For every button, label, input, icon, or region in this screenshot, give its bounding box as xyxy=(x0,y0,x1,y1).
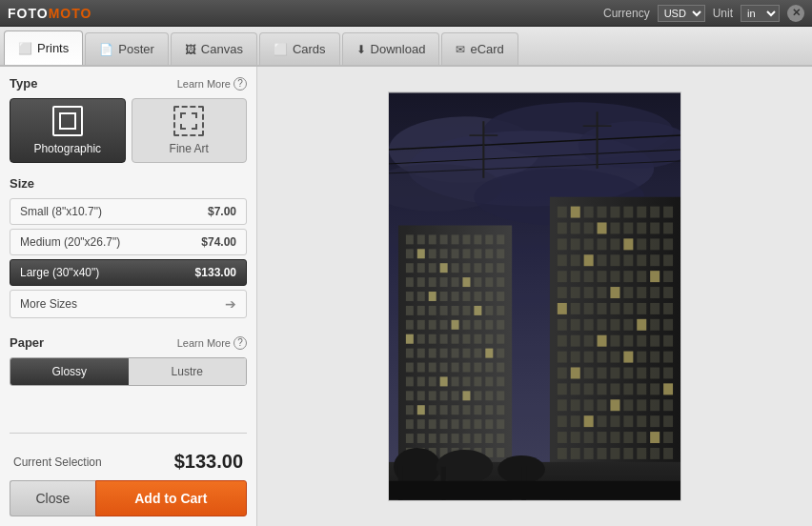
download-tab-icon: ⬇ xyxy=(356,43,366,56)
fineart-label: Fine Art xyxy=(170,142,209,155)
panel-bottom: Current Selection $133.00 Close Add to C… xyxy=(10,433,247,516)
more-sizes-label: More Sizes xyxy=(20,297,77,311)
size-medium-label: Medium (20"x26.7") xyxy=(20,235,120,249)
prints-tab-icon: ⬜ xyxy=(18,42,32,55)
tab-cards[interactable]: ⬜ Cards xyxy=(259,32,340,65)
poster-tab-label: Poster xyxy=(118,42,154,56)
close-icon[interactable]: ✕ xyxy=(787,5,804,22)
cards-tab-icon: ⬜ xyxy=(274,43,288,56)
type-photographic-btn[interactable]: Photographic xyxy=(10,98,126,163)
size-medium-price: $74.00 xyxy=(201,235,236,249)
logo-moto: MOTO xyxy=(49,6,92,21)
tab-ecard[interactable]: ✉ eCard xyxy=(441,32,518,65)
poster-tab-icon: 📄 xyxy=(99,43,113,56)
arrow-right-icon: ➔ xyxy=(225,296,236,312)
canvas-tab-icon: 🖼 xyxy=(185,43,196,56)
tab-bar: ⬜ Prints 📄 Poster 🖼 Canvas ⬜ Cards ⬇ Dow… xyxy=(0,27,812,67)
size-list: Small (8"x10.7") $7.00 Medium (20"x26.7"… xyxy=(10,198,247,318)
type-selector: Photographic Fine Art xyxy=(10,98,247,163)
paper-learn-more[interactable]: Learn More ? xyxy=(177,336,247,350)
size-large[interactable]: Large (30"x40") $133.00 xyxy=(10,259,247,286)
ecard-tab-label: eCard xyxy=(470,42,503,56)
photographic-icon xyxy=(52,106,83,136)
close-panel-button[interactable]: Close xyxy=(10,480,95,516)
left-panel: Type Learn More ? Photographic Fine Art xyxy=(0,67,257,526)
paper-help-icon: ? xyxy=(233,336,247,350)
size-medium[interactable]: Medium (20"x26.7") $74.00 xyxy=(10,229,247,255)
fineart-icon-inner xyxy=(180,112,197,130)
paper-section: Paper Learn More ? Glossy Lustre xyxy=(10,335,247,386)
add-to-cart-button[interactable]: Add to Cart xyxy=(95,480,247,516)
type-section-header: Type Learn More ? xyxy=(10,76,247,91)
currency-label: Currency xyxy=(603,7,650,20)
title-bar-right: Currency USD Unit in cm ✕ xyxy=(603,5,804,22)
city-photo-svg xyxy=(389,92,680,500)
download-tab-label: Download xyxy=(371,42,426,56)
paper-label: Paper xyxy=(10,335,44,350)
paper-toggle: Glossy Lustre xyxy=(10,357,247,386)
ecard-tab-icon: ✉ xyxy=(456,43,465,56)
paper-glossy-btn[interactable]: Glossy xyxy=(10,358,129,385)
fineart-icon xyxy=(173,106,204,136)
size-label: Size xyxy=(10,176,34,191)
cards-tab-label: Cards xyxy=(293,42,326,56)
photographic-label: Photographic xyxy=(33,142,101,155)
photo-preview xyxy=(388,91,681,501)
size-small-label: Small (8"x10.7") xyxy=(20,205,102,218)
panel-buttons: Close Add to Cart xyxy=(10,480,247,516)
main-content: Type Learn More ? Photographic Fine Art xyxy=(0,67,812,526)
paper-section-header: Paper Learn More ? xyxy=(10,335,247,350)
size-large-label: Large (30"x40") xyxy=(20,266,99,279)
size-small-price: $7.00 xyxy=(208,205,236,218)
title-bar: FOTOMOTO Currency USD Unit in cm ✕ xyxy=(0,0,812,27)
unit-label: Unit xyxy=(713,7,733,20)
type-label: Type xyxy=(10,76,37,91)
unit-select[interactable]: in cm xyxy=(741,5,780,22)
paper-lustre-btn[interactable]: Lustre xyxy=(129,358,247,385)
current-selection-price: $133.00 xyxy=(174,451,243,473)
tab-prints[interactable]: ⬜ Prints xyxy=(4,30,83,65)
current-selection-label: Current Selection xyxy=(13,455,102,469)
canvas-tab-label: Canvas xyxy=(201,42,243,56)
logo: FOTOMOTO xyxy=(8,6,91,21)
size-small[interactable]: Small (8"x10.7") $7.00 xyxy=(10,198,247,225)
size-large-price: $133.00 xyxy=(195,266,236,279)
current-selection: Current Selection $133.00 xyxy=(10,443,247,480)
type-help-icon: ? xyxy=(233,77,247,91)
logo-foto: FOTO xyxy=(8,6,49,21)
size-section-header: Size xyxy=(10,176,247,191)
right-panel xyxy=(257,67,812,526)
photographic-icon-inner xyxy=(59,112,76,130)
type-fineart-btn[interactable]: Fine Art xyxy=(132,98,248,163)
tab-canvas[interactable]: 🖼 Canvas xyxy=(171,32,257,65)
tab-poster[interactable]: 📄 Poster xyxy=(85,32,169,65)
type-learn-more[interactable]: Learn More ? xyxy=(177,77,247,91)
svg-rect-356 xyxy=(389,92,680,499)
currency-select[interactable]: USD xyxy=(658,5,705,22)
tab-download[interactable]: ⬇ Download xyxy=(342,32,440,65)
prints-tab-label: Prints xyxy=(37,41,69,55)
more-sizes-row[interactable]: More Sizes ➔ xyxy=(10,290,247,318)
